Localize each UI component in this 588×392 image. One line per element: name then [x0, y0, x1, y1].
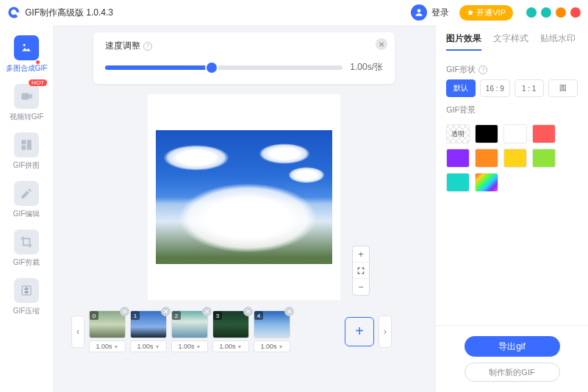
sidebar-item-video[interactable]: HOT 视频转GIF	[4, 84, 49, 122]
speed-label: 速度调整	[105, 40, 140, 52]
thumb-duration[interactable]: 1.00s ▼	[89, 341, 126, 352]
shape-16-9[interactable]: 16 : 9	[480, 79, 509, 97]
compress-icon	[14, 278, 39, 303]
sidebar-item-edit[interactable]: GIF编辑	[4, 181, 49, 219]
thumb-index: 1	[131, 311, 140, 320]
thumb-item[interactable]: 1 ✕ 1.00s ▼	[130, 310, 167, 352]
collage-icon	[14, 132, 39, 157]
prev-button[interactable]: ‹	[71, 316, 85, 348]
bg-swatch[interactable]	[503, 149, 527, 168]
crop-icon	[14, 229, 39, 254]
tab-image-effect[interactable]: 图片效果	[446, 32, 481, 51]
sidebar-item-compress[interactable]: GIF压缩	[4, 278, 49, 316]
close-button[interactable]	[570, 7, 581, 18]
zoom-in-button[interactable]: +	[353, 246, 369, 263]
new-gif-button[interactable]: 制作新的GIF	[465, 363, 560, 382]
thumb-item[interactable]: 0 ✕ 1.00s ▼	[89, 310, 126, 352]
thumb-item[interactable]: 3 ✕ 1.00s ▼	[212, 310, 249, 352]
help-icon[interactable]: ?	[478, 65, 487, 74]
export-button[interactable]: 导出gif	[465, 336, 560, 357]
edit-icon	[14, 181, 39, 206]
remove-thumb-icon[interactable]: ✕	[120, 307, 129, 316]
minimize-button[interactable]	[541, 7, 551, 18]
svg-point-0	[417, 9, 421, 13]
thumb-duration[interactable]: 1.00s ▼	[130, 341, 167, 352]
bg-swatch[interactable]	[503, 124, 527, 143]
add-image-button[interactable]: +	[345, 317, 374, 346]
speed-panel: 速度调整 ? ✕ 1.00s/张	[93, 32, 395, 84]
tab-sticker[interactable]: 贴纸水印	[540, 32, 576, 51]
thumb-index: 4	[254, 311, 263, 320]
help-icon[interactable]: ?	[143, 42, 152, 51]
app-logo	[7, 6, 21, 19]
bg-swatch[interactable]	[475, 124, 498, 143]
maximize-button[interactable]	[556, 7, 566, 18]
vip-button[interactable]: 开通VIP	[459, 5, 513, 21]
remove-thumb-icon[interactable]: ✕	[243, 307, 253, 316]
thumb-index: 3	[213, 311, 222, 320]
sidebar-item-collage[interactable]: GIF拼图	[4, 132, 49, 171]
hot-badge: HOT	[29, 79, 47, 86]
thumb-duration[interactable]: 1.00s ▼	[212, 341, 249, 352]
bg-swatch[interactable]	[446, 149, 470, 168]
remove-thumb-icon[interactable]: ✕	[284, 307, 294, 316]
close-icon[interactable]: ✕	[376, 38, 387, 50]
remove-thumb-icon[interactable]: ✕	[161, 307, 171, 316]
preview-canvas: + −	[148, 94, 340, 300]
thumb-index: 0	[90, 311, 98, 320]
shape-circle[interactable]: 圆	[548, 79, 578, 97]
svg-rect-2	[21, 93, 29, 100]
bg-transparent[interactable]	[446, 124, 470, 143]
next-button[interactable]: ›	[379, 316, 392, 348]
thumb-duration[interactable]: 1.00s ▼	[254, 341, 290, 352]
speed-value: 1.00s/张	[350, 61, 383, 74]
sidebar-item-multi-image[interactable]: 多图合成GIF	[4, 35, 49, 74]
bg-label: GIF背景	[446, 104, 476, 115]
svg-rect-5	[21, 146, 26, 150]
thumb-index: 2	[172, 311, 181, 320]
bg-swatch[interactable]	[475, 149, 498, 168]
thumb-item[interactable]: 4 ✕ 1.00s ▼	[254, 310, 290, 352]
thumb-duration[interactable]: 1.00s ▼	[171, 341, 208, 352]
bg-custom-color[interactable]	[475, 173, 498, 192]
sidebar-item-crop[interactable]: GIF剪裁	[4, 229, 49, 268]
svg-rect-3	[21, 140, 26, 144]
remove-thumb-icon[interactable]: ✕	[202, 307, 212, 316]
bg-swatch[interactable]	[532, 124, 556, 143]
tab-text-style[interactable]: 文字样式	[493, 32, 528, 51]
thumb-item[interactable]: 2 ✕ 1.00s ▼	[171, 310, 208, 352]
fullscreen-button[interactable]	[353, 263, 369, 279]
login-link[interactable]: 登录	[431, 7, 449, 19]
preview-image	[156, 130, 332, 264]
svg-rect-4	[27, 140, 32, 150]
zoom-out-button[interactable]: −	[353, 279, 369, 295]
settings-icon[interactable]	[526, 7, 537, 18]
shape-1-1[interactable]: 1 : 1	[514, 79, 544, 97]
bg-swatch[interactable]	[532, 149, 556, 168]
speed-slider[interactable]	[105, 65, 343, 70]
shape-default[interactable]: 默认	[446, 79, 476, 97]
app-title: GIF制作高级版 1.0.4.3	[25, 7, 113, 19]
avatar-icon[interactable]	[411, 4, 427, 21]
shape-label: GIF形状	[446, 64, 476, 75]
video-icon	[14, 84, 39, 109]
svg-point-1	[24, 44, 26, 46]
bg-swatch[interactable]	[446, 173, 470, 192]
image-icon	[14, 35, 39, 60]
